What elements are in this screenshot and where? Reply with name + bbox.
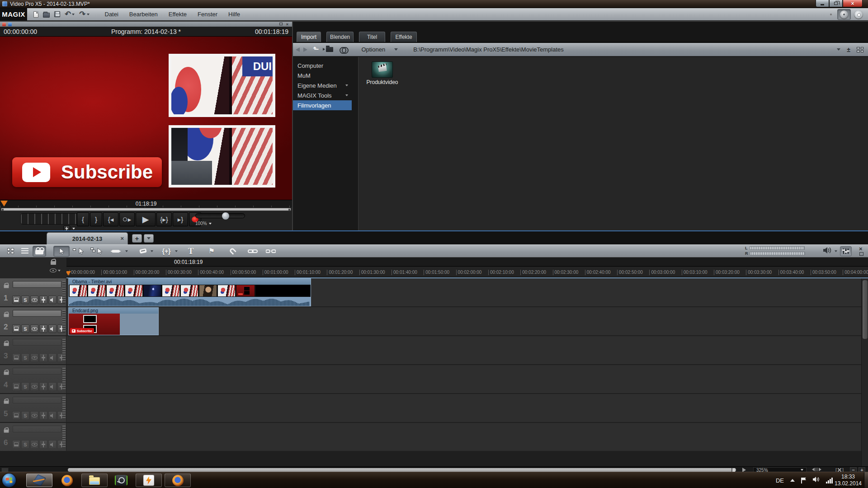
track-solo-button[interactable]: S (21, 382, 29, 391)
list-view-button[interactable] (18, 246, 32, 257)
open-project-button[interactable] (43, 11, 50, 18)
track-name-field[interactable] (13, 281, 61, 288)
redo-button[interactable]: ↷ (79, 11, 89, 18)
track-visibility-button[interactable] (30, 440, 38, 449)
range-play-button[interactable]: {▸} (156, 212, 172, 226)
project-dropdown-button[interactable] (144, 234, 154, 243)
menu-bearbeiten[interactable]: Bearbeiten (124, 11, 163, 18)
mouse-mode-object-button[interactable] (71, 246, 88, 257)
track-video-fader-button[interactable] (39, 411, 47, 420)
action-center-icon[interactable] (801, 478, 806, 483)
track-visibility-button[interactable] (30, 353, 38, 362)
visibility-all-icon[interactable] (50, 268, 57, 272)
track-resize-grip[interactable] (62, 310, 66, 333)
show-desktop-button[interactable] (864, 472, 868, 488)
mouse-mode-all-tracks-button[interactable] (90, 246, 106, 257)
track-minimize-button[interactable] (12, 411, 20, 420)
lock-all-icon[interactable] (51, 261, 56, 265)
title-bar[interactable]: Video Pro X5 - 2014-02-13.MVP* × (0, 0, 868, 8)
track-mute-button[interactable] (48, 382, 57, 391)
timeline-ruler[interactable]: 00:00:00:0000:00:10:0000:00:20:0000:00:3… (66, 267, 868, 277)
insert-mode-button[interactable]: {+} (159, 246, 174, 257)
clip-obama-timber[interactable]: Obama - Timber.avi (68, 278, 311, 306)
clip-endcard[interactable]: Endcard.png Subscribe (68, 307, 159, 335)
track-name-field[interactable] (13, 339, 61, 346)
clock[interactable]: 18:33 13.02.2014 (834, 474, 863, 487)
tab-effekte[interactable]: Effekte (391, 32, 417, 42)
track-minimize-button[interactable] (12, 353, 20, 362)
taskbar-item-steam[interactable] (110, 474, 132, 487)
ungroup-button[interactable] (264, 246, 278, 257)
taskbar-item-magix[interactable] (26, 474, 52, 487)
timeline-corner-button[interactable] (1, 468, 9, 472)
track-solo-button[interactable]: S (21, 440, 29, 449)
arranger-close-icon[interactable]: × (859, 245, 863, 252)
chevron-down-icon[interactable] (345, 84, 348, 86)
monitor-restore-icon[interactable] (279, 23, 283, 25)
track-resize-grip[interactable] (62, 339, 66, 361)
track-lock-icon[interactable] (4, 371, 9, 375)
razor-button[interactable] (136, 246, 150, 257)
monitor-scrubber[interactable] (0, 207, 292, 211)
track-video-fader-button[interactable] (39, 440, 47, 449)
minimize-button[interactable] (816, 0, 829, 7)
add-project-button[interactable]: + (132, 234, 142, 243)
monitor-mini-titlebar[interactable]: × (0, 22, 292, 27)
edit-mode-button[interactable] (837, 9, 851, 20)
track-mute-button[interactable] (48, 440, 57, 449)
media-pool-content[interactable]: Produktvideo (359, 57, 868, 230)
track-name-field[interactable] (13, 397, 61, 404)
horizontal-scroll-thumb[interactable] (68, 468, 736, 472)
tab-titel[interactable]: Titel (359, 32, 385, 42)
track-resize-grip[interactable] (62, 426, 66, 448)
up-folder-icon[interactable]: ⬑ (313, 47, 319, 53)
mixer-button[interactable] (840, 246, 852, 256)
tree-item-magix-tools[interactable]: MAGIX Tools (293, 90, 352, 100)
hidden-icons-button[interactable] (790, 479, 795, 482)
monitor-close-icon[interactable]: × (286, 23, 288, 26)
track-lock-icon[interactable] (4, 400, 9, 404)
marker-button[interactable]: ⚑ (205, 246, 218, 257)
tree-item-filmvorlagen[interactable]: Filmvorlagen (293, 100, 352, 110)
path-field[interactable]: B:\Programm\Video\Magix ProX5\Effekte\Mo… (413, 46, 564, 53)
network-icon[interactable] (826, 478, 833, 483)
track-solo-button[interactable]: S (21, 411, 29, 420)
track-video-fader-button[interactable] (39, 382, 47, 391)
back-icon[interactable] (296, 47, 300, 52)
vertical-scrollbar[interactable] (861, 278, 868, 466)
snap-button[interactable] (226, 246, 239, 257)
menu-hilfe[interactable]: Hilfe (223, 11, 245, 18)
track-mute-button[interactable] (48, 296, 57, 304)
track-mute-button[interactable] (48, 353, 57, 362)
vertical-scroll-thumb[interactable] (863, 280, 868, 339)
scroll-range-handle[interactable] (731, 468, 735, 472)
range-end-button[interactable]: } (90, 212, 102, 226)
media-item-produktvideo[interactable]: Produktvideo (365, 61, 399, 85)
taskbar-item-firefox-2[interactable] (165, 474, 191, 487)
start-button[interactable] (2, 474, 16, 487)
project-tab[interactable]: 2014-02-13 × (47, 232, 128, 244)
playhead-icon[interactable] (66, 271, 71, 276)
jog-wheel[interactable] (20, 213, 79, 225)
timeline-view-button[interactable] (33, 246, 46, 257)
track-video-fader-button[interactable] (39, 353, 47, 362)
tree-item-mum[interactable]: MuM (293, 70, 352, 80)
taskbar-item-firefox[interactable] (56, 474, 78, 487)
track-mute-button[interactable] (48, 324, 57, 333)
chevron-down-icon[interactable] (345, 94, 348, 96)
track-minimize-button[interactable] (12, 382, 20, 391)
taskbar-item-explorer[interactable] (81, 474, 108, 487)
mouse-mode-single-button[interactable] (53, 246, 70, 257)
mouse-mode-dropdown-icon[interactable] (125, 250, 128, 252)
track-name-field[interactable] (13, 310, 61, 317)
jump-start-button[interactable]: {◂ (103, 212, 118, 226)
save-project-button[interactable] (54, 11, 60, 17)
tab-blenden[interactable]: Blenden (326, 32, 354, 42)
tree-item-computer[interactable]: Computer (293, 61, 352, 70)
group-button[interactable] (245, 246, 260, 257)
track-minimize-button[interactable] (12, 440, 20, 449)
size-toggle-icon[interactable]: ± (847, 47, 850, 52)
slider-thumb[interactable] (222, 212, 229, 220)
volume-icon[interactable] (812, 476, 820, 484)
jump-end-button[interactable]: ▸} (173, 212, 188, 226)
